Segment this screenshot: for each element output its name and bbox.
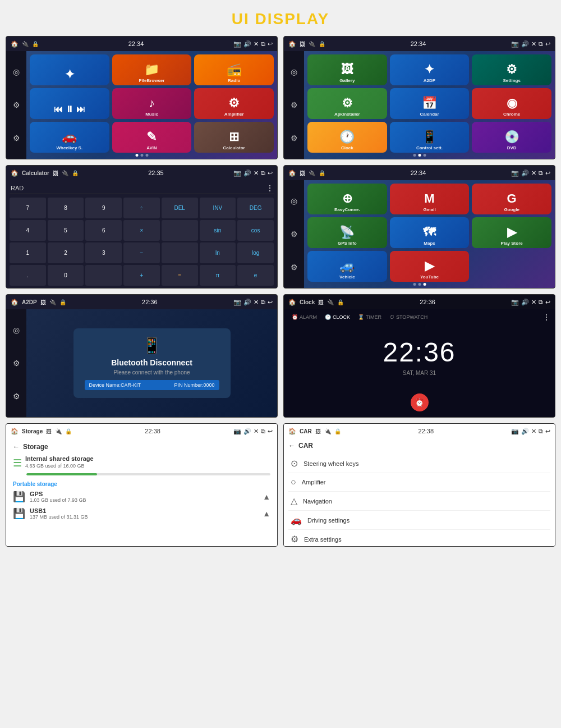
location-icon-1[interactable]: ◎ [13,67,20,76]
calc-btn-6[interactable]: 6 [85,220,122,241]
calc-btn-log[interactable]: log [237,242,274,263]
back-icon-3[interactable]: ↩ [268,170,273,177]
calc-btn-inv[interactable]: INV [200,198,236,218]
app-gmail[interactable]: M Gmail [390,184,470,214]
home-icon-2[interactable]: 🏠 [288,40,296,48]
calc-btn-del[interactable]: DEL [162,198,198,218]
app-wheelkey[interactable]: 🚗 Wheelkey S. [30,122,109,153]
app-control[interactable]: 📱 Control sett. [390,122,470,153]
calc-btn-e[interactable]: e [237,265,274,286]
window-icon-7[interactable]: ⧉ [261,428,265,435]
calc-btn-7[interactable]: 7 [10,198,46,218]
settings-icon-2[interactable]: ⚙ [291,134,298,143]
home-icon-8[interactable]: 🏠 [288,428,296,435]
sliders-icon-5[interactable]: ⚙ [13,359,20,368]
window-icon-4[interactable]: ⧉ [539,170,543,177]
calc-btn-9[interactable]: 9 [85,198,122,218]
app-music[interactable]: ♪ Music [112,88,192,119]
calc-btn-dot[interactable]: . [10,265,46,286]
home-icon-4[interactable]: 🏠 [288,170,296,177]
calc-btn-1[interactable]: 1 [10,242,46,263]
window-icon-8[interactable]: ⧉ [539,428,543,435]
back-icon-5[interactable]: ↩ [268,299,273,306]
app-amplifier[interactable]: ⚙ Amplifier [194,88,274,119]
window-icon-2[interactable]: ⧉ [539,40,543,48]
app-gpsinfo[interactable]: 📡 GPS Info [307,217,387,248]
calc-btn-pi[interactable]: π [200,265,236,286]
car-menu-steering[interactable]: ⊙ Steering wheel keys [288,454,550,473]
calc-btn-cos[interactable]: cos [237,220,274,241]
sliders-icon-4[interactable]: ⚙ [291,230,298,239]
window-icon-5[interactable]: ⧉ [261,299,265,306]
gps-drive-item[interactable]: 💾 GPS 1.03 GB used of 7.93 GB ▲ [13,491,270,503]
home-icon-1[interactable]: 🏠 [11,40,19,48]
app-filebrowser[interactable]: 📁 FileBrowser [112,54,192,85]
app-clock[interactable]: 🕐 Clock [307,122,387,153]
close-icon-5[interactable]: ✕ [254,299,259,306]
home-icon-5[interactable]: 🏠 [11,299,19,306]
calc-btn-0[interactable]: 0 [48,265,84,286]
app-playstore[interactable]: ▶ Play Store [472,217,551,248]
storage-back-nav[interactable]: ← Storage [13,443,270,451]
tab-stopwatch[interactable]: ⏱ STOPWATCH [386,313,431,322]
close-icon-8[interactable]: ✕ [531,428,536,435]
tab-timer[interactable]: ⌛ TIMER [355,313,385,322]
app-bluetooth[interactable]: ✦ [30,54,109,85]
calc-btn-2[interactable]: 2 [48,242,84,263]
app-radio[interactable]: 📻 Radio [194,54,274,85]
app-bt-controls[interactable]: ⏮ ⏸ ⏭ [30,88,109,119]
calc-btn-sub[interactable]: − [123,242,160,263]
window-icon-3[interactable]: ⧉ [261,170,265,177]
settings-icon-4[interactable]: ⚙ [291,263,298,272]
tab-alarm[interactable]: ⏰ ALARM [288,313,320,322]
home-icon-3[interactable]: 🏠 [11,170,19,177]
calc-btn-4[interactable]: 4 [10,220,46,241]
app-calculator[interactable]: ⊞ Calculator [194,122,274,153]
window-icon-6[interactable]: ⧉ [539,299,543,306]
close-icon-3[interactable]: ✕ [254,170,259,177]
clock-fab-button[interactable]: ⏰ [411,393,429,411]
app-settings[interactable]: ⚙ Settings [472,54,551,85]
internal-storage-item[interactable]: ☰ Internal shared storage 4.63 GB used o… [13,455,270,475]
calc-btn-5[interactable]: 5 [48,220,84,241]
calc-btn-3[interactable]: 3 [85,242,122,263]
car-menu-extra[interactable]: ⚙ Extra settings [288,530,550,546]
back-icon-1[interactable]: ↩ [268,40,273,48]
back-icon-7[interactable]: ↩ [268,428,273,435]
calc-btn-sin[interactable]: sin [200,220,236,241]
close-icon-7[interactable]: ✕ [254,428,259,435]
gps-drive-eject[interactable]: ▲ [263,492,270,501]
app-apkinstaller[interactable]: ⚙ ApkInstaller [307,88,387,119]
app-dvd[interactable]: 💿 DVD [472,122,551,153]
back-arrow-8[interactable]: ← [288,442,295,450]
app-maps[interactable]: 🗺 Maps [390,217,470,248]
back-arrow-7[interactable]: ← [13,443,20,451]
back-icon-8[interactable]: ↩ [545,428,550,435]
usb1-drive-item[interactable]: 💾 USB1 137 MB used of 31.31 GB ▲ [13,507,270,520]
app-youtube[interactable]: ▶ YouTube [390,251,470,282]
calc-btn-deg[interactable]: DEG [237,198,274,218]
close-icon-4[interactable]: ✕ [531,170,536,177]
close-icon-1[interactable]: ✕ [254,40,259,48]
location-icon-2[interactable]: ◎ [291,67,297,76]
app-vehicle[interactable]: 🚙 Vehicle [307,251,387,282]
app-chrome[interactable]: ◉ Chrome [472,88,551,119]
more-icon-3[interactable]: ⋮ [266,184,274,193]
app-avin[interactable]: ✎ AVIN [112,122,192,153]
app-easyconnect[interactable]: ⊕ EasyConne. [307,184,387,214]
calc-btn-eq[interactable]: = [162,265,198,286]
window-icon-1[interactable]: ⧉ [261,40,265,48]
close-icon-2[interactable]: ✕ [531,40,536,48]
app-calendar[interactable]: 📅 Calendar [390,88,470,119]
close-icon-6[interactable]: ✕ [531,299,536,306]
car-menu-amplifier[interactable]: ○ Amplifier [288,473,550,492]
usb1-drive-eject[interactable]: ▲ [263,509,270,518]
back-icon-2[interactable]: ↩ [545,40,550,48]
calc-btn-ln[interactable]: ln [200,242,236,263]
app-google[interactable]: G Google [472,184,551,214]
app-gallery[interactable]: 🖼 Gallery [307,54,387,85]
sliders-icon-2[interactable]: ⚙ [291,100,298,109]
more-icon-clock[interactable]: ⋮ [542,313,550,322]
settings-icon-1[interactable]: ⚙ [13,134,20,143]
home-icon-7[interactable]: 🏠 [11,428,19,435]
